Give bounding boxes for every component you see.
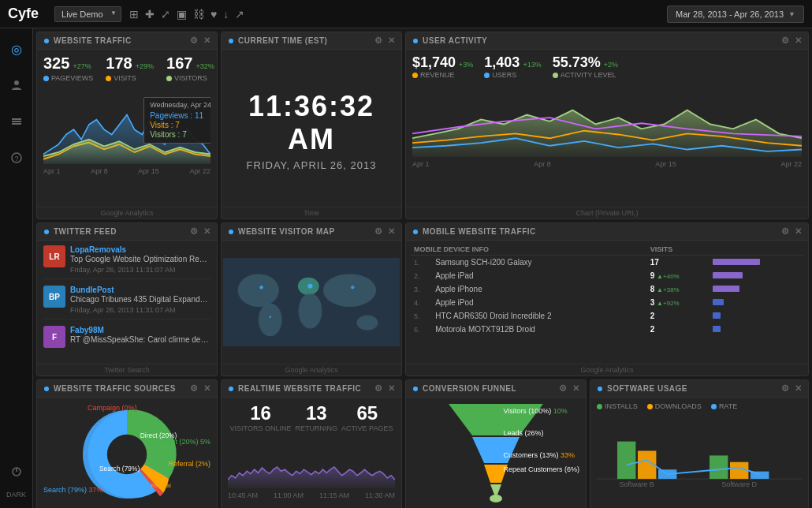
map-close-icon[interactable]: ✕	[388, 226, 396, 237]
svg-point-15	[229, 230, 233, 234]
realtime-close-icon[interactable]: ✕	[388, 383, 396, 394]
realtime-chart-svg	[228, 437, 395, 488]
svg-text:Search (79%): Search (79%)	[99, 465, 140, 473]
svg-point-42	[598, 387, 602, 391]
tooltip-pageviews: Pageviews : 11	[150, 111, 210, 120]
twitter-settings-icon[interactable]: ⚙	[190, 226, 199, 237]
widget-realtime-controls: ⚙ ✕	[374, 383, 395, 394]
widget-mobile: MOBILE WEBSITE TRAFFIC ⚙ ✕ MOBILE DEVICE…	[405, 222, 809, 376]
current-date: FRIDAY, APRIL 26, 2013	[228, 159, 395, 171]
top-bar-left: Cyfe Live Demo ⊞ ✚ ⤢ ▣ ⛓ ♥ ↓ ↗	[8, 6, 244, 22]
software-settings-icon[interactable]: ⚙	[781, 383, 790, 394]
widget-mobile-header: MOBILE WEBSITE TRAFFIC ⚙ ✕	[406, 223, 808, 241]
widget-mobile-footer: Google Analytics	[406, 364, 808, 375]
visitors-change: +32%	[196, 62, 214, 70]
image-icon[interactable]: ▣	[177, 8, 187, 21]
traffic-settings-icon[interactable]: ⚙	[190, 35, 199, 46]
bookmark-icon[interactable]: ♥	[210, 8, 217, 21]
tweet-avatar-0: LR	[43, 245, 65, 267]
svg-point-23	[259, 286, 263, 289]
widget-map-title: WEBSITE VISITOR MAP	[238, 227, 335, 236]
mobile-device-2: Apple iPhone	[432, 282, 647, 296]
mobile-close-icon[interactable]: ✕	[795, 226, 803, 237]
mobile-settings-icon[interactable]: ⚙	[781, 226, 790, 237]
traffic-chart-labels: Apr 1 Apr 8 Apr 15 Apr 22	[43, 167, 210, 175]
tweet-text-2: RT @MissSpeakShe: Carol clirme dees Just…	[70, 334, 210, 345]
time-settings-icon[interactable]: ⚙	[374, 35, 383, 46]
twitter-close-icon[interactable]: ✕	[203, 226, 211, 237]
widget-funnel-controls: ⚙ ✕	[559, 383, 579, 394]
widget-twitter-controls: ⚙ ✕	[190, 226, 210, 237]
software-close-icon[interactable]: ✕	[795, 383, 803, 394]
widget-realtime-header: REALTIME WEBSITE TRAFFIC ⚙ ✕	[222, 380, 401, 398]
top-bar: Cyfe Live Demo ⊞ ✚ ⤢ ▣ ⛓ ♥ ↓ ↗ Mar 28, 2…	[0, 0, 812, 28]
mobile-visits-3: 3 ▲+92%	[647, 296, 710, 309]
widget-twitter: TWITTER FEED ⚙ ✕ LR LopaRemovals Top Goo…	[36, 222, 218, 376]
tweet-avatar-1: BP	[43, 286, 65, 308]
software-chart: Software B Software D	[597, 413, 802, 506]
label-apr22: Apr 22	[189, 167, 210, 175]
mobile-rank-5: 6.	[411, 323, 432, 336]
mobile-bar-3	[710, 296, 803, 309]
widget-realtime-title: REALTIME WEBSITE TRAFFIC	[238, 384, 361, 393]
sidebar-icon-settings[interactable]	[6, 110, 28, 133]
revenue-value: $1,740	[412, 54, 456, 71]
svg-point-14	[44, 230, 49, 234]
visits-value: 178	[106, 54, 132, 73]
activity-settings-icon[interactable]: ⚙	[781, 35, 790, 46]
widget-activity-body: $1,740 +3% REVENUE 1,403 +13%	[406, 50, 808, 207]
add-icon[interactable]: ✚	[145, 8, 155, 21]
download-icon[interactable]: ↓	[223, 8, 229, 21]
funnel-close-icon[interactable]: ✕	[572, 383, 580, 394]
traffic-close-icon[interactable]: ✕	[203, 35, 211, 46]
time-close-icon[interactable]: ✕	[388, 35, 396, 46]
rt-label-0: 10:45 AM	[228, 491, 258, 499]
sidebar-icon-power[interactable]	[6, 461, 28, 483]
funnel-settings-icon[interactable]: ⚙	[559, 383, 568, 394]
sources-settings-icon[interactable]: ⚙	[190, 383, 199, 394]
sidebar-icon-help[interactable]: ?	[6, 147, 28, 169]
mobile-bar-4	[710, 309, 803, 323]
widget-map-controls: ⚙ ✕	[374, 226, 395, 237]
legend-installs: INSTALLS	[597, 402, 638, 410]
date-range-selector[interactable]: Mar 28, 2013 - Apr 26, 2013 ▼	[667, 6, 804, 23]
visits-change: +29%	[136, 62, 154, 70]
widget-traffic-title: WEBSITE TRAFFIC	[54, 36, 132, 45]
realtime-chart: 10:45 AM 11:00 AM 11:15 AM 11:30 AM	[228, 437, 395, 506]
tweet-avatar-2: F	[43, 326, 65, 348]
tooltip-visitors: Visitors : 7	[150, 130, 210, 139]
pageviews-label: PAGEVIEWS	[43, 74, 93, 82]
toolbar-icons: ⊞ ✚ ⤢ ▣ ⛓ ♥ ↓ ↗	[129, 8, 244, 21]
funnel-labels: Visitors (100%) 10% Leads (26%) Customer…	[503, 407, 579, 473]
rt-active-pages: 65	[341, 402, 393, 424]
map-settings-icon[interactable]: ⚙	[374, 226, 383, 237]
dark-toggle[interactable]: DARK	[6, 491, 26, 499]
dashboard-dropdown[interactable]: Live Demo	[54, 6, 121, 22]
share-icon[interactable]: ↗	[235, 8, 244, 21]
main-layout: ◎ ? DARK WEBSITE TR	[0, 28, 812, 508]
widget-twitter-header: TWITTER FEED ⚙ ✕	[37, 223, 217, 241]
users-value: 1,403	[484, 54, 520, 71]
tweet-user-1: BundlePost	[70, 286, 210, 294]
dashboard-selector[interactable]: Live Demo	[54, 6, 121, 22]
rt-stat-pages: 65 ACTIVE PAGES	[341, 402, 393, 432]
link-icon[interactable]: ⛓	[193, 8, 204, 21]
sidebar-icon-dashboard[interactable]: ◎	[6, 38, 28, 60]
svg-point-12	[413, 39, 418, 43]
widget-time-title-area: CURRENT TIME (EST)	[228, 36, 327, 45]
widget-sources-controls: ⚙ ✕	[190, 383, 210, 394]
revenue-label: REVENUE	[412, 71, 473, 79]
realtime-settings-icon[interactable]: ⚙	[374, 383, 383, 394]
widget-activity-controls: ⚙ ✕	[781, 35, 802, 46]
sources-close-icon[interactable]: ✕	[203, 383, 211, 394]
rt-visitors-label: VISITORS ONLINE	[230, 424, 292, 432]
grid-icon[interactable]: ⊞	[129, 8, 139, 21]
mobile-device-0: Samsung SCH-i200 Galaxy	[432, 256, 647, 270]
move-icon[interactable]: ⤢	[161, 8, 170, 21]
svg-rect-47	[710, 455, 728, 479]
widget-mobile-title-area: MOBILE WEBSITE TRAFFIC	[412, 227, 536, 236]
traffic-tooltip: Wednesday, Apr 24, 2013 Pageviews : 11 V…	[143, 97, 210, 144]
widget-current-time: CURRENT TIME (EST) ⚙ ✕ 11:36:32 AM FRIDA…	[221, 32, 402, 219]
activity-close-icon[interactable]: ✕	[795, 35, 803, 46]
sidebar-icon-user[interactable]	[6, 74, 28, 96]
